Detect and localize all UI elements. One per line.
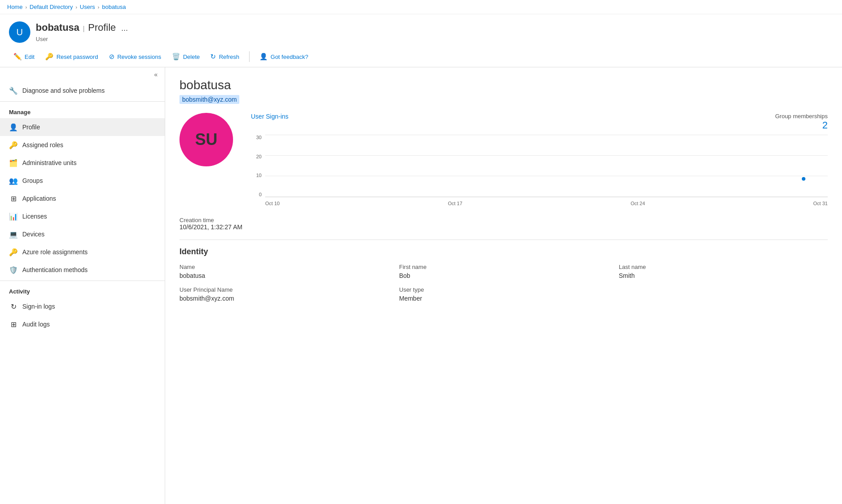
field-value: bobsmith@xyz.com (179, 295, 388, 302)
chart-title[interactable]: User Sign-ins (251, 113, 288, 120)
sidebar-item-groups[interactable]: 👥 Groups (0, 172, 165, 190)
azure-role-icon: 🔑 (9, 248, 18, 256)
identity-field-first-name: First name Bob (399, 264, 608, 279)
sidebar-divider-manage (0, 101, 165, 102)
ellipsis-button[interactable]: ... (117, 22, 131, 35)
collapse-button[interactable]: « (0, 67, 165, 82)
sidebar-diagnose[interactable]: 🔧 Diagnose and solve problems (0, 82, 165, 99)
section-divider (179, 240, 828, 240)
administrative-units-icon: 🗂️ (9, 158, 18, 167)
sidebar-label-audit-logs: Audit logs (22, 321, 50, 328)
sidebar-item-profile[interactable]: 👤 Profile (0, 118, 165, 136)
identity-grid: Name bobatusa First name Bob Last name S… (179, 264, 828, 302)
creation-time-value: 10/6/2021, 1:32:27 AM (179, 223, 828, 231)
avatar-initials: SU (195, 130, 217, 149)
chart-data-dot (802, 177, 805, 181)
wrench-icon: 🔧 (9, 86, 18, 95)
sidebar-label-auth-methods: Authentication methods (22, 266, 88, 273)
toolbar: ✏️ Edit 🔑 Reset password ⊘ Revoke sessio… (0, 46, 842, 67)
profile-icon: 👤 (9, 123, 18, 132)
edit-icon: ✏️ (13, 53, 22, 61)
sidebar-item-licenses[interactable]: 📊 Licenses (0, 207, 165, 225)
sign-in-logs-icon: ↻ (9, 302, 18, 311)
page-header: U bobatusa | Profile ... User (0, 14, 842, 46)
field-value: Member (399, 295, 608, 302)
hline-30 (265, 135, 828, 135)
hline-10 (265, 176, 828, 176)
sidebar-item-audit-logs[interactable]: ⊞ Audit logs (0, 315, 165, 333)
sidebar-label-licenses: Licenses (22, 213, 47, 220)
auth-methods-icon: 🛡️ (9, 265, 18, 274)
hline-20 (265, 155, 828, 156)
group-memberships: Group memberships 2 (775, 113, 828, 131)
sidebar-label-devices: Devices (22, 231, 45, 238)
audit-logs-icon: ⊞ (9, 320, 18, 329)
identity-field-user-principal-name: User Principal Name bobsmith@xyz.com (179, 286, 388, 302)
toolbar-divider (249, 51, 250, 62)
revoke-sessions-button[interactable]: ⊘ Revoke sessions (104, 50, 166, 63)
feedback-button[interactable]: 👤 Got feedback? (255, 50, 313, 63)
applications-icon: ⊞ (9, 194, 18, 203)
field-label: User Principal Name (179, 286, 388, 293)
field-label: Name (179, 264, 388, 270)
edit-button[interactable]: ✏️ Edit (9, 50, 39, 63)
group-memberships-count: 2 (775, 120, 828, 131)
field-value: bobatusa (179, 272, 388, 279)
sidebar-item-azure-role[interactable]: 🔑 Azure role assignments (0, 243, 165, 261)
chart-y-axis: 30 20 10 0 (251, 135, 262, 206)
header-avatar: U (9, 21, 30, 43)
header-avatar-initials: U (17, 27, 23, 37)
sidebar-item-auth-methods[interactable]: 🛡️ Authentication methods (0, 261, 165, 279)
user-display-name: bobatusa (179, 78, 828, 92)
licenses-icon: 📊 (9, 212, 18, 221)
sidebar-label-assigned-roles: Assigned roles (22, 141, 63, 149)
delete-button[interactable]: 🗑️ Delete (167, 50, 204, 63)
activity-items: ↻ Sign-in logs ⊞ Audit logs (0, 297, 165, 333)
identity-field-user-type: User type Member (399, 286, 608, 302)
field-value: Bob (399, 272, 608, 279)
sidebar-label-sign-in-logs: Sign-in logs (22, 303, 55, 310)
creation-time-label: Creation time (179, 217, 828, 223)
revoke-sessions-icon: ⊘ (109, 53, 115, 61)
page-username: bobatusa (36, 22, 79, 33)
sidebar-label-applications: Applications (22, 195, 56, 202)
sidebar: « 🔧 Diagnose and solve problems Manage 👤… (0, 67, 165, 504)
breadcrumb-current: bobatusa (102, 4, 126, 10)
creation-time: Creation time 10/6/2021, 1:32:27 AM (179, 217, 828, 231)
refresh-button[interactable]: ↻ Refresh (206, 50, 244, 63)
sidebar-label-azure-role: Azure role assignments (22, 248, 88, 256)
sidebar-label-profile: Profile (22, 124, 40, 131)
manage-header: Manage (0, 103, 165, 118)
main-layout: « 🔧 Diagnose and solve problems Manage 👤… (0, 67, 842, 504)
sidebar-item-sign-in-logs[interactable]: ↻ Sign-in logs (0, 297, 165, 315)
activity-header: Activity (0, 283, 165, 297)
reset-password-button[interactable]: 🔑 Reset password (41, 50, 102, 63)
chart-plot (265, 135, 828, 197)
user-avatar: SU (179, 113, 233, 166)
manage-items: 👤 Profile 🔑 Assigned roles 🗂️ Administra… (0, 118, 165, 279)
refresh-icon: ↻ (210, 53, 216, 61)
feedback-icon: 👤 (259, 53, 268, 61)
breadcrumb-users[interactable]: Users (80, 4, 95, 10)
sidebar-divider-activity (0, 281, 165, 281)
breadcrumb-directory[interactable]: Default Directory (29, 4, 73, 10)
field-value: Smith (619, 272, 828, 279)
field-label: User type (399, 286, 608, 293)
chart-section: User Sign-ins Group memberships 2 30 20 … (251, 113, 828, 206)
field-label: First name (399, 264, 608, 270)
identity-section: Identity Name bobatusa First name Bob La… (179, 247, 828, 302)
user-email: bobsmith@xyz.com (179, 95, 239, 104)
sidebar-item-administrative-units[interactable]: 🗂️ Administrative units (0, 154, 165, 172)
page-subtitle: User (36, 36, 131, 42)
breadcrumb-home[interactable]: Home (7, 4, 23, 10)
sidebar-item-applications[interactable]: ⊞ Applications (0, 190, 165, 207)
chart-container: 30 20 10 0 (251, 135, 828, 206)
reset-password-icon: 🔑 (45, 53, 54, 61)
chart-x-axis: Oct 10 Oct 17 Oct 24 Oct 31 (265, 201, 828, 206)
sidebar-item-assigned-roles[interactable]: 🔑 Assigned roles (0, 136, 165, 154)
profile-top: SU User Sign-ins Group memberships 2 30 … (179, 113, 828, 206)
sidebar-label-groups: Groups (22, 177, 43, 184)
identity-field-last-name: Last name Smith (619, 264, 828, 279)
sidebar-item-devices[interactable]: 💻 Devices (0, 225, 165, 243)
field-label: Last name (619, 264, 828, 270)
